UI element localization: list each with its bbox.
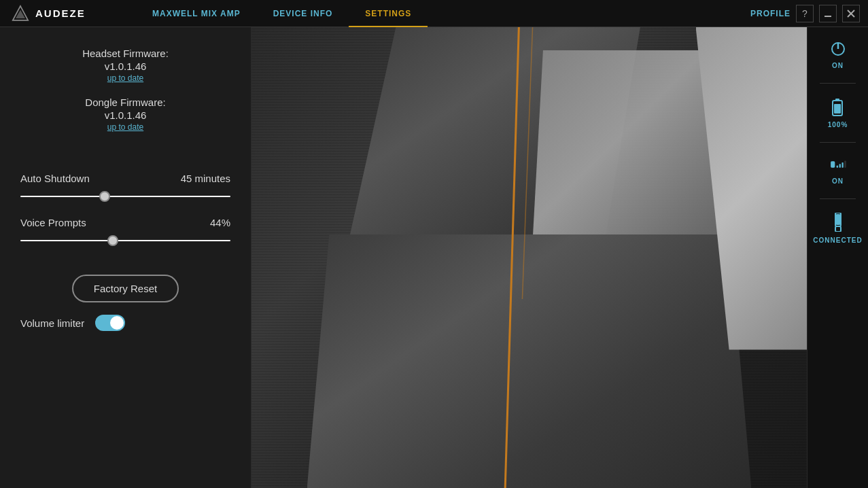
bg-shape-3	[307, 234, 752, 488]
power-label: ON	[832, 62, 844, 69]
headset-firmware-version: v1.0.1.46	[20, 60, 230, 72]
headset-firmware-title: Headset Firmware:	[20, 48, 230, 59]
svg-rect-18	[836, 214, 840, 225]
voice-prompts-slider-track[interactable]	[20, 240, 230, 241]
top-nav: AUDEZE MAXWELL MIX AMP DEVICE INFO SETTI…	[0, 0, 868, 27]
usb-svg	[831, 213, 845, 232]
connection-status: CONNECTED	[813, 213, 862, 244]
status-divider-3	[820, 198, 856, 199]
logo-area: AUDEZE	[0, 4, 136, 23]
logo-text: AUDEZE	[35, 7, 86, 19]
device-background	[251, 27, 807, 488]
left-panel: Headset Firmware: v1.0.1.46 up to date D…	[0, 27, 251, 488]
center-area	[251, 27, 807, 488]
svg-rect-16	[844, 161, 846, 168]
close-icon	[847, 10, 855, 18]
headset-firmware-section: Headset Firmware: v1.0.1.46 up to date	[20, 48, 230, 83]
battery-status: 100%	[828, 97, 848, 128]
dongle-firmware-version: v1.0.1.46	[20, 109, 230, 121]
volume-limiter-toggle[interactable]	[95, 315, 125, 331]
dongle-firmware-title: Dongle Firmware:	[20, 97, 230, 108]
mic-svg	[829, 156, 848, 173]
logo-icon	[11, 4, 30, 23]
dongle-firmware-status: up to date	[20, 122, 230, 132]
power-svg	[830, 41, 846, 57]
svg-rect-13	[836, 166, 837, 168]
nav-links: MAXWELL MIX AMP DEVICE INFO SETTINGS	[136, 0, 742, 27]
voice-prompts-label: Voice Prompts	[20, 217, 86, 228]
status-divider-2	[820, 142, 856, 143]
mic-icon	[829, 156, 848, 175]
settings-section: Auto Shutdown 45 minutes Voice Prompts 4…	[20, 173, 230, 261]
auto-shutdown-label: Auto Shutdown	[20, 173, 90, 184]
factory-reset-button[interactable]: Factory Reset	[72, 275, 179, 302]
svg-rect-12	[831, 161, 835, 167]
auto-shutdown-value: 45 minutes	[181, 173, 230, 184]
svg-rect-11	[834, 104, 841, 114]
nav-device-info[interactable]: DEVICE INFO	[257, 0, 349, 27]
minimize-button[interactable]	[819, 5, 837, 22]
auto-shutdown-row: Auto Shutdown 45 minutes	[20, 173, 230, 184]
dongle-firmware-section: Dongle Firmware: v1.0.1.46 up to date	[20, 97, 230, 132]
toggle-thumb	[110, 316, 124, 330]
connection-label: CONNECTED	[813, 237, 862, 244]
nav-right: PROFILE ?	[742, 5, 868, 22]
svg-rect-14	[839, 164, 840, 167]
voice-prompts-row: Voice Prompts 44%	[20, 217, 230, 228]
power-icon	[830, 41, 846, 59]
voice-prompts-slider-thumb[interactable]	[107, 235, 118, 246]
headset-firmware-status: up to date	[20, 73, 230, 83]
auto-shutdown-slider-thumb[interactable]	[99, 191, 110, 202]
power-status: ON	[830, 41, 846, 69]
minimize-icon	[824, 10, 832, 18]
status-divider-1	[820, 83, 856, 84]
usb-icon	[831, 213, 845, 234]
nav-maxwell-mix-amp[interactable]: MAXWELL MIX AMP	[136, 0, 257, 27]
profile-label[interactable]: PROFILE	[750, 9, 791, 18]
close-button[interactable]	[842, 5, 860, 22]
help-button[interactable]: ?	[796, 5, 814, 22]
battery-icon	[830, 97, 845, 118]
voice-prompts-value: 44%	[210, 217, 230, 228]
nav-settings[interactable]: SETTINGS	[349, 0, 428, 27]
svg-rect-15	[841, 162, 843, 168]
factory-reset-area: Factory Reset	[20, 261, 230, 302]
battery-svg	[830, 97, 845, 116]
svg-rect-19	[835, 226, 841, 232]
mic-status: ON	[829, 156, 848, 185]
voice-prompts-slider-container	[20, 234, 230, 247]
battery-label: 100%	[828, 121, 848, 128]
svg-rect-10	[835, 99, 839, 101]
right-panel: ON 100%	[807, 27, 868, 488]
auto-shutdown-slider-track[interactable]	[20, 196, 230, 197]
main-layout: Headset Firmware: v1.0.1.46 up to date D…	[0, 27, 868, 488]
volume-limiter-row: Volume limiter	[20, 315, 230, 331]
svg-rect-2	[824, 16, 831, 17]
mic-label: ON	[832, 177, 844, 185]
volume-limiter-label: Volume limiter	[20, 317, 84, 329]
auto-shutdown-slider-container	[20, 190, 230, 203]
